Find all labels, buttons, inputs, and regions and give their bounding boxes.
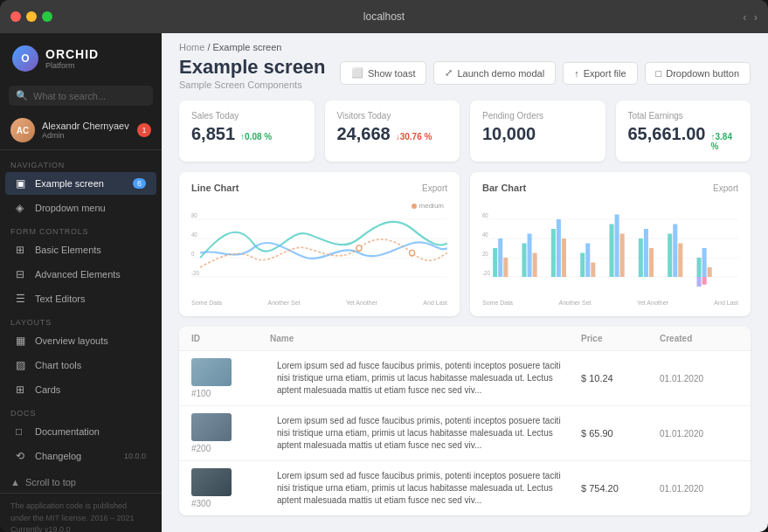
chevron-up-icon: ▲ [10, 477, 20, 487]
sidebar-item-dropdown-menu[interactable]: ◈ Dropdown menu [5, 197, 156, 219]
breadcrumb-separator: / [207, 42, 210, 52]
cell-name: Lorem ipsum sed ad fusce faucibus primis… [270, 360, 581, 397]
show-toast-label: Show toast [368, 68, 415, 79]
sidebar-item-changelog[interactable]: ⟲ Changelog 10.0.0 [5, 445, 156, 467]
svg-rect-41 [708, 267, 712, 277]
x-label: Some Data [191, 300, 222, 306]
cell-created: 01.01.2020 [660, 484, 738, 494]
x-label: Another Set [559, 300, 592, 306]
notification-badge[interactable]: 1 [137, 123, 151, 137]
cell-price: $ 65.90 [581, 428, 660, 439]
svg-rect-21 [522, 244, 526, 278]
stat-number: 65,661.00 [628, 124, 706, 144]
row-name-text: Lorem ipsum sed ad fusce faucibus primis… [277, 470, 574, 507]
overview-layouts-icon: ▦ [16, 335, 28, 347]
row-id-num: #100 [191, 389, 270, 398]
x-label: And Last [714, 300, 738, 306]
data-table: ID Name Price Created #100 Lorem ipsum s… [179, 327, 751, 515]
section-layouts: Layouts [0, 311, 162, 328]
svg-rect-38 [678, 244, 682, 278]
stat-number: 24,668 [337, 124, 391, 144]
stat-change: ↓30.76 % [396, 132, 432, 142]
launch-icon: ⤢ [445, 67, 453, 79]
col-price: Price [581, 334, 660, 343]
line-chart-title: Line Chart [191, 183, 239, 193]
stat-change: ↑3.84 % [710, 132, 738, 151]
svg-rect-29 [591, 263, 595, 278]
documentation-icon: □ [16, 425, 28, 438]
legend-dot [412, 204, 417, 209]
row-name-text: Lorem ipsum sed ad fusce faucibus primis… [277, 360, 574, 397]
sidebar-item-label: Changelog [35, 451, 81, 461]
cell-price: $ 754.20 [581, 483, 660, 494]
svg-rect-24 [551, 229, 556, 277]
window-title: localhost [363, 10, 405, 23]
svg-rect-43 [702, 277, 707, 285]
forward-icon[interactable]: › [754, 10, 758, 24]
breadcrumb: Home / Example screen [162, 33, 768, 56]
cell-id: #300 [191, 468, 270, 508]
scroll-to-top[interactable]: ▲ Scroll to top [0, 472, 162, 493]
svg-rect-19 [498, 238, 502, 277]
sidebar-item-label: Dropdown menu [35, 203, 106, 213]
sidebar-item-cards[interactable]: ⊞ Cards [5, 378, 156, 401]
back-icon[interactable]: ‹ [743, 10, 746, 24]
traffic-lights [10, 11, 52, 22]
sidebar-item-basic-elements[interactable]: ⊞ Basic Elements [5, 238, 156, 261]
col-id: ID [191, 334, 270, 343]
search-box[interactable]: 🔍 [9, 86, 153, 106]
cell-name: Lorem ipsum sed ad fusce faucibus primis… [270, 470, 581, 507]
x-label: Yet Another [637, 300, 668, 306]
line-chart-export[interactable]: Export [422, 183, 447, 193]
page-title: Example screen [179, 56, 340, 79]
svg-rect-27 [580, 253, 585, 278]
cell-price: $ 10.24 [581, 373, 660, 383]
row-id-num: #300 [191, 499, 270, 508]
search-input[interactable] [33, 91, 154, 101]
bar-chart-export[interactable]: Export [713, 183, 738, 193]
maximize-button[interactable] [42, 11, 52, 22]
sidebar-item-label: Advanced Elements [35, 269, 121, 280]
page-header: Example screen Sample Screen Components … [162, 56, 768, 100]
svg-rect-35 [649, 248, 654, 277]
sidebar-item-label: Documentation [35, 426, 100, 437]
minimize-button[interactable] [26, 11, 37, 22]
app-window: localhost ‹ › O ORCHID Platform 🔍 AC [0, 0, 768, 532]
x-label: Some Data [482, 300, 513, 306]
svg-rect-30 [609, 225, 613, 278]
breadcrumb-home[interactable]: Home [179, 42, 204, 52]
sidebar-item-documentation[interactable]: □ Documentation [5, 420, 156, 443]
bar-chart-svg: 60 40 20 -20 [482, 200, 738, 296]
x-label: Yet Another [346, 300, 377, 306]
stat-card-sales: Sales Today 6,851 ↑0.08 % [179, 100, 315, 162]
close-button[interactable] [10, 11, 21, 22]
launch-demo-button[interactable]: ⤢ Launch demo modal [433, 61, 556, 85]
svg-rect-18 [493, 248, 497, 277]
dropdown-btn-label: Dropdown button [666, 68, 739, 79]
user-role: Admin [42, 131, 130, 140]
stat-card-earnings: Total Earnings 65,661.00 ↑3.84 % [616, 100, 751, 162]
row-thumbnail [191, 413, 232, 441]
stat-number: 6,851 [191, 124, 235, 144]
svg-text:40: 40 [191, 231, 197, 238]
titlebar: localhost ‹ › [0, 0, 768, 33]
header-actions: ⬜ Show toast ⤢ Launch demo modal ↑ Expor… [340, 61, 751, 85]
bar-chart-x-labels: Some Data Another Set Yet Another And La… [482, 300, 738, 306]
chart-header: Line Chart Export [191, 183, 447, 193]
export-file-button[interactable]: ↑ Export file [563, 62, 637, 85]
svg-rect-32 [620, 234, 625, 278]
show-toast-button[interactable]: ⬜ Show toast [340, 61, 426, 85]
svg-rect-34 [644, 229, 648, 277]
svg-text:0: 0 [191, 251, 195, 257]
table-row: #200 Lorem ipsum sed ad fusce faucibus p… [179, 406, 751, 461]
sidebar-item-chart-tools[interactable]: ▨ Chart tools [5, 354, 156, 377]
section-docs: Docs [0, 402, 162, 419]
sidebar-item-text-editors[interactable]: ☰ Text Editors [5, 287, 156, 310]
sidebar-item-advanced-elements[interactable]: ⊟ Advanced Elements [5, 263, 156, 286]
sidebar-item-example-screen[interactable]: ▣ Example screen 6 [5, 172, 156, 195]
titlebar-icons: ‹ › [743, 10, 758, 24]
sidebar-item-overview-layouts[interactable]: ▦ Overview layouts [5, 329, 156, 352]
dropdown-button[interactable]: □ Dropdown button [645, 62, 751, 85]
sidebar-logo: O ORCHID Platform [0, 33, 162, 80]
svg-rect-37 [673, 225, 677, 278]
